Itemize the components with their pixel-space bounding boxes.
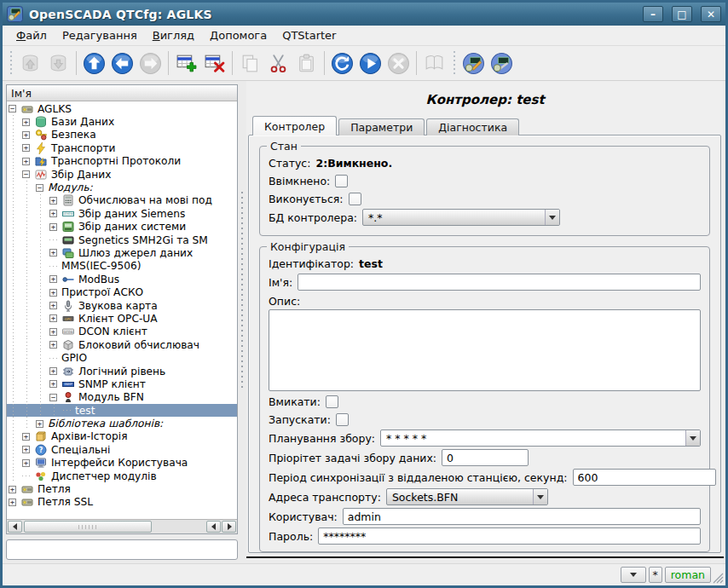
scroll-right-button[interactable] <box>222 521 236 533</box>
start-controller-button[interactable] <box>356 49 384 78</box>
tree-item[interactable]: +Безпека <box>7 129 237 141</box>
expand-icon[interactable]: + <box>48 299 61 312</box>
tree-item[interactable]: +Інтерфейси Користувача <box>7 457 237 470</box>
nav-up-button[interactable] <box>80 49 108 78</box>
expand-icon[interactable]: + <box>20 457 34 470</box>
tree-item[interactable]: +Збір даних системи <box>7 221 237 233</box>
tree-hscrollbar[interactable] <box>7 519 237 533</box>
tree-filter-input[interactable] <box>6 539 238 560</box>
tree-item[interactable]: +Пристрої АСКО <box>7 285 237 298</box>
expand-icon[interactable]: + <box>48 246 61 259</box>
tab-controller[interactable]: Контролер <box>252 116 337 135</box>
tree-item[interactable]: +SIEMENSЗбір даних Siemens <box>7 207 237 220</box>
tree-item[interactable]: +ModBus <box>7 273 237 285</box>
tree-item[interactable]: −Модуль: <box>7 181 237 193</box>
menu-item-3[interactable]: Вигляд <box>147 27 200 43</box>
combo-arrow-button[interactable] <box>533 489 547 504</box>
tree-item[interactable]: +OPCКлієнт OPC-UA <box>7 312 237 325</box>
qtstarter-tool-1-button[interactable] <box>459 49 488 78</box>
user-input[interactable] <box>343 508 701 525</box>
running-checkbox[interactable] <box>349 193 361 205</box>
collapse-icon[interactable]: − <box>48 391 61 404</box>
add-item-button[interactable] <box>172 49 200 78</box>
scroll-left-button[interactable] <box>8 521 22 533</box>
tree-item[interactable]: +Обчислювач на мові под <box>7 194 237 207</box>
scrollbar-thumb[interactable] <box>24 521 152 533</box>
minimize-button[interactable]: – <box>643 6 663 22</box>
to-enable-checkbox[interactable] <box>326 395 338 408</box>
expand-icon[interactable]: + <box>20 129 34 141</box>
panel-splitter[interactable] <box>239 81 246 563</box>
password-input[interactable] <box>318 527 701 545</box>
tree-item[interactable]: Segnetics SMH2Gi та SM <box>7 233 237 246</box>
tree-item[interactable]: +?Спеціальні <box>7 443 237 456</box>
tree-item[interactable]: +Блоковий обчислювач <box>7 338 237 351</box>
expand-icon[interactable]: + <box>20 430 34 443</box>
tree-header[interactable]: Ім'я <box>7 85 237 101</box>
expand-icon[interactable]: + <box>48 194 61 207</box>
expand-icon[interactable]: + <box>7 496 20 509</box>
current-user-button[interactable]: roman <box>665 567 711 583</box>
nav-back-button[interactable] <box>108 49 136 78</box>
collapse-icon[interactable]: − <box>20 168 34 181</box>
toolbar-drag-handle[interactable] <box>451 51 457 75</box>
remove-item-button[interactable] <box>200 49 228 78</box>
collapse-icon[interactable]: − <box>34 182 48 194</box>
tree-item[interactable]: +Архіви-Історія <box>7 430 237 443</box>
expand-icon[interactable]: + <box>20 141 34 154</box>
tab-parameters[interactable]: Параметри <box>338 118 425 135</box>
tree-item[interactable]: +Логічний рівень <box>7 365 237 378</box>
scroll-left-button-2[interactable] <box>206 521 221 533</box>
expand-icon[interactable]: + <box>7 483 20 496</box>
maximize-button[interactable]: □ <box>672 6 692 22</box>
expand-icon[interactable]: + <box>48 338 61 351</box>
titlebar[interactable]: OpenSCADA QTCfg: AGLKS – □ ✕ <box>3 3 725 26</box>
expand-icon[interactable]: + <box>48 312 61 325</box>
description-textarea[interactable] <box>269 309 701 391</box>
tree-item[interactable]: −Збір Даних <box>7 168 237 181</box>
tree-item[interactable]: +DCONDCON клієнт <box>7 326 237 338</box>
tree-item[interactable]: Диспетчер модулів <box>7 470 237 482</box>
reload-item-button[interactable] <box>328 49 356 78</box>
tree-item[interactable]: +Бази Даних <box>7 115 237 128</box>
qtstarter-tool-2-button[interactable] <box>488 49 516 78</box>
expand-icon[interactable]: + <box>48 326 61 338</box>
menu-item-4[interactable]: Допомога <box>204 27 273 43</box>
expand-icon[interactable]: + <box>48 207 61 220</box>
close-button[interactable]: ✕ <box>701 6 721 22</box>
tree-item[interactable]: MMS(IEC-9506) <box>7 260 237 273</box>
controller-db-select[interactable]: *.* <box>362 209 560 226</box>
tree-item[interactable]: +Звукова карта <box>7 299 237 312</box>
tree-item[interactable]: +Транспорти <box>7 141 237 154</box>
tree-item[interactable]: +Транспортні Протоколи <box>7 155 237 168</box>
expand-icon[interactable]: + <box>20 443 34 456</box>
tree-item[interactable]: −AGLKS <box>7 102 237 115</box>
resize-grip-icon[interactable] <box>713 573 724 584</box>
name-input[interactable] <box>298 274 701 291</box>
combo-arrow-button[interactable] <box>685 430 700 446</box>
menu-item-5[interactable]: QTStarter <box>276 27 342 43</box>
statusbar-collapse-button[interactable] <box>621 567 646 583</box>
schedule-combobox[interactable]: * * * * * <box>380 429 701 447</box>
expand-icon[interactable]: + <box>34 418 48 430</box>
cut-item-button[interactable] <box>264 49 292 78</box>
tree-item[interactable]: GPIO <box>7 351 237 364</box>
toolbar-drag-handle[interactable] <box>8 51 14 75</box>
combo-arrow-button[interactable] <box>545 210 559 225</box>
collapse-icon[interactable]: − <box>7 102 20 115</box>
tab-diagnostics[interactable]: Діагностика <box>426 118 519 135</box>
expand-icon[interactable]: + <box>20 155 34 168</box>
priority-input[interactable] <box>442 449 529 466</box>
menu-item-2[interactable]: Редагування <box>56 27 143 43</box>
enabled-checkbox[interactable] <box>335 175 348 187</box>
sync-period-input[interactable] <box>573 469 716 486</box>
expand-icon[interactable]: + <box>48 286 61 299</box>
tree-item[interactable]: +SNMPSNMP клієнт <box>7 378 237 390</box>
tree-item[interactable]: +Шлюз джерел даних <box>7 246 237 259</box>
expand-icon[interactable]: + <box>48 273 61 285</box>
tree-item[interactable]: +Петля <box>7 482 237 495</box>
to-start-checkbox[interactable] <box>336 413 349 426</box>
tree-item[interactable]: −Модуль BFN <box>7 391 237 404</box>
expand-icon[interactable]: + <box>20 116 34 129</box>
expand-icon[interactable]: + <box>48 365 61 378</box>
